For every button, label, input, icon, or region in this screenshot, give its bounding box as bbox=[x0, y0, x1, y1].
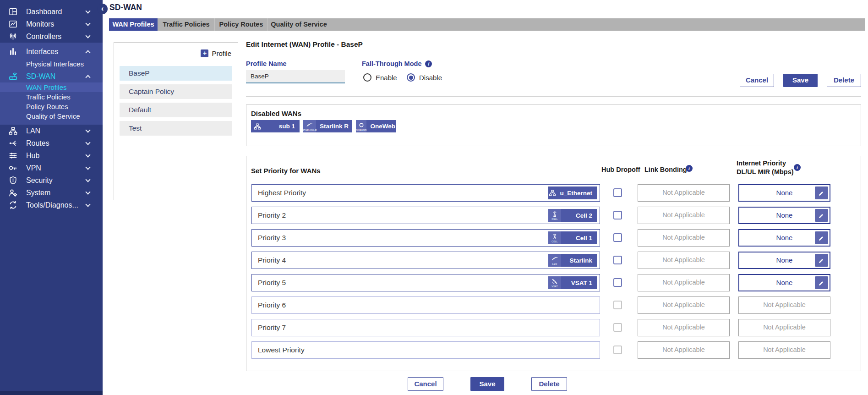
tools-icon bbox=[8, 200, 18, 210]
internet-priority-field[interactable]: None bbox=[738, 207, 830, 224]
sidebar-item-hub[interactable]: Hub bbox=[0, 149, 103, 162]
profile-item-basep[interactable]: BaseP bbox=[120, 66, 232, 81]
cancel-button-bottom[interactable]: Cancel bbox=[408, 377, 443, 391]
add-profile-label: Profile bbox=[212, 49, 231, 57]
sidebar-item-interfaces[interactable]: Interfaces bbox=[0, 45, 103, 58]
sidebar-item-security[interactable]: Security bbox=[0, 174, 103, 187]
priority-row-priority-4[interactable]: Priority 4LEOStarlink bbox=[251, 252, 600, 269]
sidebar-item-tools-diagnos[interactable]: Tools/Diagnos... bbox=[0, 199, 103, 211]
profile-item-captain-policy[interactable]: Captain Policy bbox=[120, 84, 232, 99]
profile-name-input[interactable] bbox=[246, 70, 345, 83]
link-bonding-field: Not Applicable bbox=[638, 184, 730, 202]
info-icon[interactable]: i bbox=[425, 60, 432, 67]
edit-pencil-icon[interactable] bbox=[815, 231, 828, 244]
priority-section-title: Set Priority for WANs bbox=[251, 167, 321, 175]
sidebar-expanded-group: InterfacesPhysical InterfacesSD-WANWAN P… bbox=[0, 43, 103, 125]
hub-dropoff-checkbox[interactable] bbox=[613, 188, 622, 197]
priority-row-priority-7[interactable]: Priority 7 bbox=[251, 319, 600, 336]
sidebar-item-traffic-policies[interactable]: Traffic Policies bbox=[0, 92, 103, 102]
chip-label: Cell 1 bbox=[561, 231, 597, 244]
plus-icon: + bbox=[201, 49, 208, 57]
sidebar-item-routes[interactable]: Routes bbox=[0, 137, 103, 149]
sidebar-item-policy-routes[interactable]: Policy Routes bbox=[0, 102, 103, 111]
priority-row-lowest-priority[interactable]: Lowest Priority bbox=[251, 341, 600, 359]
chip-caption: ONEWEB bbox=[356, 129, 366, 132]
edit-pencil-icon[interactable] bbox=[815, 276, 828, 289]
tab-quality-of-service[interactable]: Quality of Service bbox=[267, 18, 330, 31]
sidebar-item-label: Hub bbox=[26, 152, 39, 160]
save-button-top[interactable]: Save bbox=[783, 74, 818, 87]
sidebar-item-sd-wan[interactable]: SD-WAN bbox=[0, 70, 103, 82]
internet-priority-info-icon[interactable]: i bbox=[794, 164, 801, 171]
hub-dropoff-checkbox[interactable] bbox=[613, 278, 622, 287]
profile-item-default[interactable]: Default bbox=[120, 103, 232, 117]
wan-chip-starlink-r[interactable]: STARLINK-RStarlink R bbox=[303, 120, 352, 132]
wan-chip-cell-1[interactable]: CELLCell 1 bbox=[548, 231, 597, 244]
internet-priority-field[interactable]: None bbox=[738, 184, 830, 202]
wan-chip-oneweb[interactable]: ONEWEBOneWeb bbox=[356, 120, 396, 132]
priority-row-priority-5[interactable]: Priority 5VSATVSAT 1 bbox=[251, 274, 600, 291]
internet-priority-value: None bbox=[776, 234, 793, 241]
sidebar-item-system[interactable]: System bbox=[0, 187, 103, 199]
chevron-down-icon bbox=[85, 189, 90, 194]
chip-label: Cell 2 bbox=[561, 209, 597, 222]
radio-disable[interactable]: Disable bbox=[407, 73, 442, 82]
sidebar-item-wan-profiles[interactable]: WAN Profiles bbox=[0, 82, 103, 92]
wan-chip-starlink[interactable]: LEOStarlink bbox=[548, 254, 597, 267]
sidebar-item-controllers[interactable]: Controllers bbox=[0, 30, 103, 43]
tab-policy-routes[interactable]: Policy Routes bbox=[214, 18, 267, 31]
link-bonding-info-icon[interactable]: i bbox=[686, 165, 693, 172]
priority-row-priority-3[interactable]: Priority 3CELLCell 1 bbox=[251, 229, 600, 247]
profile-item-test[interactable]: Test bbox=[120, 121, 232, 136]
priority-row-priority-6[interactable]: Priority 6 bbox=[251, 296, 600, 314]
network-icon bbox=[251, 120, 264, 132]
edit-pencil-icon[interactable] bbox=[815, 187, 828, 199]
sidebar-item-dashboard[interactable]: Dashboard bbox=[0, 5, 103, 18]
sidebar-item-lan[interactable]: LAN bbox=[0, 125, 103, 137]
chevron-down-icon bbox=[85, 21, 90, 26]
hub-dropoff-checkbox[interactable] bbox=[613, 233, 622, 242]
hub-dropoff-checkbox[interactable] bbox=[613, 256, 622, 264]
tab-traffic-policies[interactable]: Traffic Policies bbox=[158, 18, 214, 31]
sidebar-item-quality-of-service[interactable]: Quality of Service bbox=[0, 111, 103, 121]
delete-button-bottom[interactable]: Delete bbox=[531, 377, 567, 391]
priority-row-priority-2[interactable]: Priority 2CELLCell 2 bbox=[251, 207, 600, 224]
sidebar-item-physical-interfaces[interactable]: Physical Interfaces bbox=[0, 58, 103, 70]
interfaces-icon bbox=[8, 47, 18, 57]
internet-priority-field[interactable]: None bbox=[738, 274, 830, 291]
edit-pencil-icon[interactable] bbox=[815, 254, 828, 267]
wan-chip-sub-1[interactable]: sub 1 bbox=[251, 120, 300, 132]
cancel-button-top[interactable]: Cancel bbox=[740, 74, 774, 87]
priority-row-highest-priority[interactable]: Highest Priorityu_Ethernet bbox=[251, 184, 600, 202]
wan-chip-cell-2[interactable]: CELLCell 2 bbox=[548, 209, 597, 222]
link-bonding-field: Not Applicable bbox=[638, 207, 730, 224]
chevron-down-icon bbox=[85, 127, 90, 132]
back-button[interactable]: ‹ bbox=[97, 4, 108, 14]
delete-button-top[interactable]: Delete bbox=[827, 74, 861, 87]
hub-dropoff-checkbox[interactable] bbox=[613, 211, 622, 219]
sidebar-item-label: Monitors bbox=[26, 20, 54, 28]
wan-chip-u-ethernet[interactable]: u_Ethernet bbox=[548, 187, 597, 199]
cell-icon: CELL bbox=[548, 209, 561, 222]
sidebar-item-monitors[interactable]: Monitors bbox=[0, 18, 103, 30]
add-profile-button[interactable]: + Profile bbox=[201, 49, 231, 57]
radio-enable[interactable]: Enable bbox=[363, 73, 397, 82]
sidebar-item-vpn[interactable]: VPN bbox=[0, 162, 103, 174]
radio-disable-label: Disable bbox=[419, 74, 442, 82]
internet-priority-field[interactable]: None bbox=[738, 229, 830, 247]
wan-chip-vsat-1[interactable]: VSATVSAT 1 bbox=[548, 276, 597, 289]
profile-items-list: BasePCaptain PolicyDefaultTest bbox=[120, 66, 232, 139]
save-button-bottom[interactable]: Save bbox=[470, 377, 504, 391]
edit-pencil-icon[interactable] bbox=[815, 209, 828, 222]
internet-priority-field[interactable]: None bbox=[738, 252, 830, 269]
sidebar-item-label: System bbox=[26, 189, 50, 197]
internet-priority-value: None bbox=[776, 279, 793, 286]
sidebar-item-label: LAN bbox=[26, 127, 40, 135]
hub-dropoff-checkbox bbox=[613, 301, 622, 309]
edit-profile-title: Edit Internet (WAN) Profile - BaseP bbox=[246, 40, 363, 49]
link-bonding-field: Not Applicable bbox=[638, 229, 730, 247]
tab-wan-profiles[interactable]: WAN Profiles bbox=[109, 18, 158, 31]
radio-enable-label: Enable bbox=[376, 74, 397, 82]
chevron-down-icon bbox=[85, 202, 90, 207]
monitors-icon bbox=[8, 19, 18, 29]
